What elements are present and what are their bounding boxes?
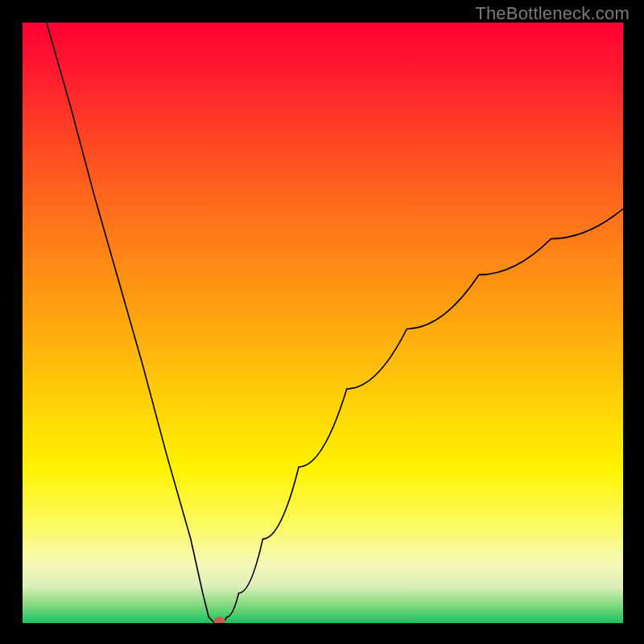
watermark-text: TheBottleneck.com: [475, 3, 630, 24]
bottleneck-curve: [47, 23, 623, 623]
chart-container: TheBottleneck.com: [0, 0, 644, 644]
notch-marker: [214, 617, 225, 623]
chart-plot-area: [23, 23, 623, 623]
chart-svg: [23, 23, 623, 623]
